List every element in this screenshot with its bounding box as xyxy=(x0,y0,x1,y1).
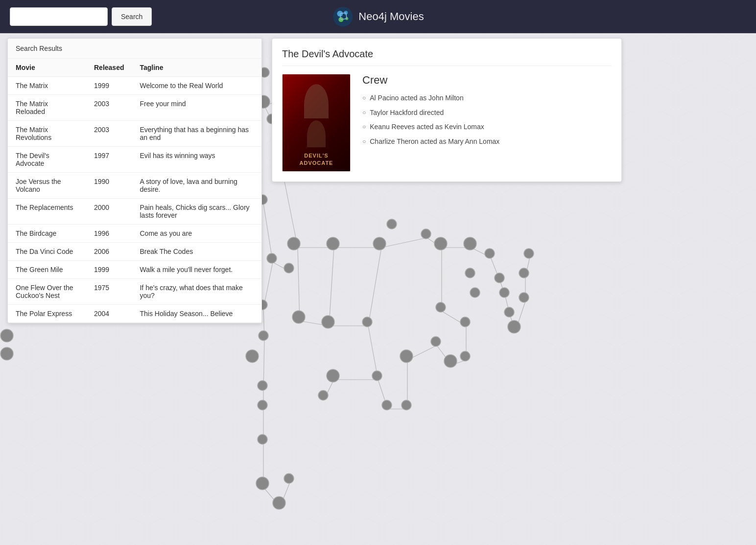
header: The Search Neo4j Movies xyxy=(0,0,756,33)
graph-node[interactable] xyxy=(524,249,534,258)
graph-node[interactable] xyxy=(434,237,447,250)
cell-tagline: Break The Codes xyxy=(132,243,261,261)
movie-detail-panel: The Devil's Advocate DEVIL'S ADVOCATE Cr… xyxy=(272,38,622,182)
table-row[interactable]: The Birdcage1996Come as you are xyxy=(8,225,261,243)
graph-node[interactable] xyxy=(327,237,339,250)
cell-released: 1990 xyxy=(86,173,132,199)
graph-node[interactable] xyxy=(436,302,446,312)
graph-node[interactable] xyxy=(318,390,328,400)
graph-node[interactable] xyxy=(499,288,509,297)
graph-node[interactable] xyxy=(485,249,495,258)
graph-node[interactable] xyxy=(373,237,386,250)
graph-node[interactable] xyxy=(0,329,13,342)
cell-released: 1997 xyxy=(86,147,132,173)
search-area: The Search xyxy=(10,7,152,26)
table-row[interactable]: The Matrix Revolutions2003Everything tha… xyxy=(8,121,261,147)
graph-node[interactable] xyxy=(273,497,285,509)
graph-node[interactable] xyxy=(504,307,514,317)
graph-node[interactable] xyxy=(508,320,520,333)
cell-released: 2003 xyxy=(86,95,132,121)
crew-title: Crew xyxy=(362,74,612,87)
cell-released: 2000 xyxy=(86,199,132,225)
cell-released: 1999 xyxy=(86,77,132,95)
graph-node[interactable] xyxy=(322,316,334,328)
table-row[interactable]: One Flew Over the Cuckoo's Nest1975If he… xyxy=(8,279,261,305)
graph-node[interactable] xyxy=(267,253,277,263)
graph-node[interactable] xyxy=(444,355,457,367)
graph-node[interactable] xyxy=(431,337,441,346)
cell-released: 1996 xyxy=(86,225,132,243)
crew-item: Al Pacino acted as John Milton xyxy=(362,93,612,103)
graph-node[interactable] xyxy=(465,268,475,278)
graph-node[interactable] xyxy=(284,474,294,483)
table-row[interactable]: Joe Versus the Volcano1990A story of lov… xyxy=(8,173,261,199)
crew-item: Charlize Theron acted as Mary Ann Lomax xyxy=(362,137,612,147)
cell-tagline: Free your mind xyxy=(132,95,261,121)
cell-movie: The Matrix Reloaded xyxy=(8,95,86,121)
poster-title-line1: DEVIL'S xyxy=(304,153,328,159)
col-header-tagline: Tagline xyxy=(132,59,261,77)
table-row[interactable]: The Da Vinci Code2006Break The Codes xyxy=(8,243,261,261)
table-header-row: Movie Released Tagline xyxy=(8,59,261,77)
graph-node[interactable] xyxy=(460,351,470,361)
graph-node[interactable] xyxy=(460,317,470,327)
graph-node[interactable] xyxy=(402,400,411,410)
graph-node[interactable] xyxy=(470,288,480,297)
poster-figures xyxy=(304,84,329,147)
cell-movie: The Replacements xyxy=(8,199,86,225)
cell-released: 2006 xyxy=(86,243,132,261)
graph-node[interactable] xyxy=(284,263,294,273)
graph-node[interactable] xyxy=(258,434,267,444)
table-row[interactable]: The Devil's Advocate1997Evil has its win… xyxy=(8,147,261,173)
poster-art: DEVIL'S ADVOCATE xyxy=(283,74,350,171)
search-input[interactable]: The xyxy=(10,7,108,26)
cell-tagline: If he's crazy, what does that make you? xyxy=(132,279,261,305)
table-row[interactable]: The Matrix1999Welcome to the Real World xyxy=(8,77,261,95)
graph-node[interactable] xyxy=(256,477,269,490)
graph-node[interactable] xyxy=(292,311,305,323)
results-table: Movie Released Tagline The Matrix1999Wel… xyxy=(8,59,261,323)
cell-tagline: Evil has its winning ways xyxy=(132,147,261,173)
graph-node[interactable] xyxy=(287,237,300,250)
crew-item: Taylor Hackford directed xyxy=(362,108,612,118)
graph-node[interactable] xyxy=(464,237,476,250)
graph-node[interactable] xyxy=(372,371,382,381)
cell-movie: Joe Versus the Volcano xyxy=(8,173,86,199)
crew-section: Crew Al Pacino acted as John MiltonTaylo… xyxy=(362,74,612,172)
table-row[interactable]: The Matrix Reloaded2003Free your mind xyxy=(8,95,261,121)
graph-node[interactable] xyxy=(400,350,413,363)
graph-node[interactable] xyxy=(382,400,392,410)
graph-node[interactable] xyxy=(387,219,397,229)
graph-node[interactable] xyxy=(327,369,339,382)
graph-node[interactable] xyxy=(258,381,267,390)
col-header-movie: Movie xyxy=(8,59,86,77)
graph-node[interactable] xyxy=(519,268,529,278)
cell-tagline: A story of love, lava and burning desire… xyxy=(132,173,261,199)
crew-list: Al Pacino acted as John MiltonTaylor Hac… xyxy=(362,93,612,146)
cell-movie: The Green Mile xyxy=(8,261,86,279)
table-row[interactable]: The Polar Express2004This Holiday Season… xyxy=(8,305,261,323)
cell-movie: The Devil's Advocate xyxy=(8,147,86,173)
search-results-header: Search Results xyxy=(8,39,261,59)
graph-node[interactable] xyxy=(362,317,372,327)
graph-node[interactable] xyxy=(246,350,259,363)
cell-movie: The Birdcage xyxy=(8,225,86,243)
graph-node[interactable] xyxy=(495,273,504,283)
crew-item: Keanu Reeves acted as Kevin Lomax xyxy=(362,122,612,132)
cell-movie: One Flew Over the Cuckoo's Nest xyxy=(8,279,86,305)
cell-tagline: This Holiday Season... Believe xyxy=(132,305,261,323)
graph-node[interactable] xyxy=(258,400,267,410)
table-row[interactable]: The Green Mile1999Walk a mile you'll nev… xyxy=(8,261,261,279)
graph-node[interactable] xyxy=(0,347,13,360)
search-button[interactable]: Search xyxy=(112,7,152,26)
cell-released: 1975 xyxy=(86,279,132,305)
graph-node[interactable] xyxy=(421,229,431,239)
graph-node[interactable] xyxy=(519,293,529,302)
search-results-panel: Search Results Movie Released Tagline Th… xyxy=(7,38,262,323)
cell-tagline: Walk a mile you'll never forget. xyxy=(132,261,261,279)
table-row[interactable]: The Replacements2000Pain heals, Chicks d… xyxy=(8,199,261,225)
poster-title-art: DEVIL'S ADVOCATE xyxy=(300,152,333,166)
graph-node[interactable] xyxy=(259,331,268,341)
cell-tagline: Welcome to the Real World xyxy=(132,77,261,95)
app-branding: Neo4j Movies xyxy=(332,6,424,27)
